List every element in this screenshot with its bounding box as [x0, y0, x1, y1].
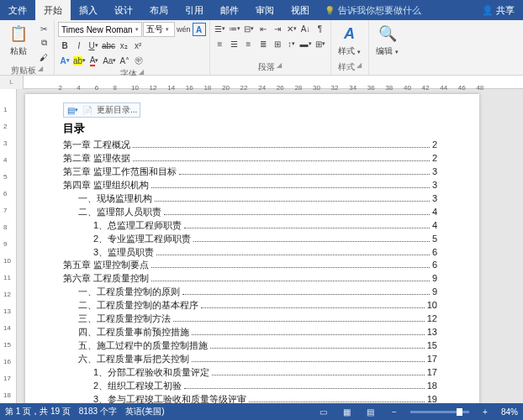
phonetic-guide-button[interactable]: wén: [176, 23, 192, 36]
editing-button[interactable]: 🔍 编辑 ▾: [372, 22, 403, 59]
toc-update-label[interactable]: 更新目录...: [97, 104, 137, 116]
clipboard-launcher[interactable]: ◢: [38, 65, 43, 76]
toc-line[interactable]: 3、监理员职责6: [63, 246, 437, 260]
change-case-button[interactable]: Aa▾: [102, 54, 117, 67]
decrease-indent-button[interactable]: ⇤: [256, 22, 270, 35]
subscript-button[interactable]: x₂: [117, 39, 130, 52]
italic-button[interactable]: I: [72, 39, 86, 52]
status-page[interactable]: 第 1 页，共 19 页: [5, 406, 71, 417]
page-scroll[interactable]: ▤▾ 📄 更新目录... 目录 第一章 工程概况2第二章 监理依据2第三章 监理…: [17, 89, 523, 403]
increase-indent-button[interactable]: ⇥: [271, 22, 284, 35]
toc-line[interactable]: 2、专业监理工程师职责5: [63, 233, 437, 246]
share-button[interactable]: 👤 共享: [473, 4, 523, 17]
enclose-char-button[interactable]: ㊥: [132, 54, 145, 67]
styles-launcher[interactable]: ◢: [357, 61, 362, 73]
toc-text: 第四章 监理组织机构: [63, 179, 149, 192]
toc-line[interactable]: 二、工程质量控制的基本程序10: [63, 299, 437, 312]
numbering-button[interactable]: ≔▾: [228, 22, 241, 35]
zoom-out-button[interactable]: −: [387, 406, 402, 417]
styles-button[interactable]: A 样式 ▾: [335, 22, 365, 59]
toc-line[interactable]: 五、施工过程中的质量控制措施15: [63, 339, 437, 353]
toc-line[interactable]: 第三章 监理工作范围和目标3: [63, 165, 437, 179]
distributed-button[interactable]: ⊞: [271, 37, 284, 50]
superscript-button[interactable]: x²: [131, 39, 145, 52]
tab-layout[interactable]: 布局: [141, 0, 177, 20]
ruler-vertical[interactable]: 1234567891011121314151617181920: [0, 89, 17, 403]
bold-button[interactable]: B: [58, 39, 71, 52]
show-marks-button[interactable]: ¶: [314, 22, 327, 35]
toc-line[interactable]: 第六章 工程质量控制9: [63, 272, 437, 286]
tab-file[interactable]: 文件: [0, 0, 35, 20]
font-size-combo[interactable]: 五号▾: [143, 22, 175, 37]
ruler-horizontal[interactable]: L 24681012141618202224262830323436384042…: [0, 76, 523, 89]
highlight-button[interactable]: ab▾: [72, 54, 87, 67]
tell-me[interactable]: 💡 告诉我你想要做什么: [318, 4, 473, 17]
shading-button[interactable]: ▬▾: [299, 37, 313, 50]
toc-text: 一、现场监理机构: [78, 192, 152, 206]
toc-text: 二、工程质量控制的基本程序: [78, 299, 198, 312]
toc-text: 2、组织工程竣工初验: [93, 380, 182, 393]
toc-line[interactable]: 三、工程质量控制方法12: [63, 312, 437, 326]
toc-body[interactable]: 第一章 工程概况2第二章 监理依据2第三章 监理工作范围和目标3第四章 监理组织…: [63, 139, 437, 403]
tab-bar: 文件 开始 插入 设计 布局 引用 邮件 审阅 视图 💡 告诉我你想要做什么 👤…: [0, 0, 523, 20]
ruler-corner[interactable]: L: [0, 76, 24, 89]
toc-line[interactable]: 1、总监理工程师职责4: [63, 219, 437, 233]
status-words[interactable]: 8183 个字: [79, 406, 117, 417]
document-page[interactable]: ▤▾ 📄 更新目录... 目录 第一章 工程概况2第二章 监理依据2第三章 监理…: [25, 94, 479, 403]
multilevel-button[interactable]: ⊟▾: [242, 22, 256, 35]
borders-button[interactable]: ⊞▾: [314, 37, 327, 50]
paragraph-launcher[interactable]: ◢: [277, 61, 282, 73]
toc-line[interactable]: 第五章 监理控制要点6: [63, 259, 437, 272]
toc-line[interactable]: 第一章 工程概况2: [63, 139, 437, 152]
line-spacing-button[interactable]: ↕▾: [285, 37, 298, 50]
sort-button[interactable]: A↓: [299, 22, 313, 35]
toc-line[interactable]: 第二章 监理依据2: [63, 152, 437, 165]
bullets-button[interactable]: ☰▾: [214, 22, 227, 35]
toc-line[interactable]: 第四章 监理组织机构3: [63, 179, 437, 192]
tab-review[interactable]: 审阅: [247, 0, 283, 20]
tab-mailings[interactable]: 邮件: [212, 0, 247, 20]
toc-field-toolbar: ▤▾ 📄 更新目录...: [63, 102, 140, 118]
status-zoom[interactable]: 84%: [501, 407, 518, 417]
toc-page: 6: [432, 259, 437, 272]
align-right-button[interactable]: ≡: [242, 37, 256, 50]
toc-line[interactable]: 2、组织工程竣工初验18: [63, 380, 437, 393]
tab-design[interactable]: 设计: [106, 0, 141, 20]
tab-insert[interactable]: 插入: [71, 0, 106, 20]
copy-button[interactable]: ⧉: [37, 36, 50, 50]
status-lang[interactable]: 英语(美国): [125, 406, 165, 417]
toc-line[interactable]: 二、监理部人员职责4: [63, 206, 437, 219]
toc-title[interactable]: 目录: [63, 121, 437, 136]
toc-menu-icon[interactable]: ▤▾: [66, 104, 78, 116]
toc-line[interactable]: 1、分部工程验收和质量评定17: [63, 366, 437, 380]
toc-update-icon[interactable]: 📄: [82, 104, 93, 116]
asian-layout-button[interactable]: ✕▾: [285, 22, 298, 35]
strikethrough-button[interactable]: abc: [101, 39, 116, 52]
character-border-button[interactable]: A: [193, 23, 206, 36]
zoom-in-button[interactable]: +: [478, 406, 493, 417]
format-painter-button[interactable]: 🖌: [37, 50, 50, 64]
toc-line[interactable]: 3、参与工程竣工验收和质量等级评审19: [63, 393, 437, 403]
cut-button[interactable]: ✂: [37, 22, 50, 35]
grow-font-button[interactable]: A˄: [118, 54, 131, 67]
view-print-button[interactable]: ▦: [340, 406, 355, 417]
tab-view[interactable]: 视图: [283, 0, 318, 20]
underline-button[interactable]: U▾: [87, 39, 100, 52]
tab-home[interactable]: 开始: [35, 0, 71, 20]
view-web-button[interactable]: ▤: [363, 406, 378, 417]
tab-references[interactable]: 引用: [177, 0, 212, 20]
font-name-combo[interactable]: Times New Roman▾: [58, 22, 142, 37]
toc-line[interactable]: 四、工程质量事前预控措施13: [63, 326, 437, 339]
zoom-slider[interactable]: [410, 411, 469, 413]
view-read-button[interactable]: ▭: [316, 406, 331, 417]
align-center-button[interactable]: ☰: [228, 37, 241, 50]
toc-line[interactable]: 一、工程质量控制的原则9: [63, 286, 437, 299]
toc-line[interactable]: 六、工程质量事后把关控制17: [63, 353, 437, 366]
justify-button[interactable]: ≣: [256, 37, 270, 50]
paste-button[interactable]: 📋 粘贴: [3, 22, 34, 59]
font-color-button[interactable]: A▾: [87, 54, 101, 67]
toc-text: 3、参与工程竣工验收和质量等级评审: [93, 393, 246, 403]
text-effects-button[interactable]: A▾: [58, 54, 71, 67]
toc-line[interactable]: 一、现场监理机构3: [63, 192, 437, 206]
align-left-button[interactable]: ≡: [214, 37, 227, 50]
